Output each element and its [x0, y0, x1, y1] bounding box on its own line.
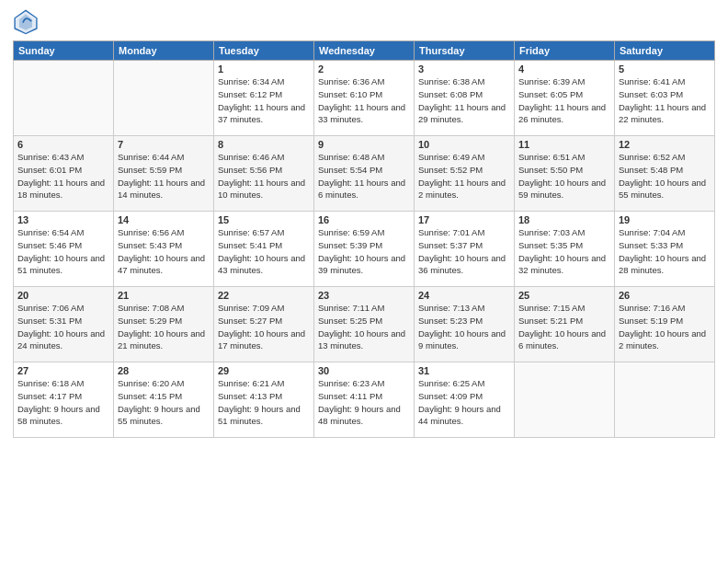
calendar-cell: 16Sunrise: 6:59 AMSunset: 5:39 PMDayligh…	[314, 212, 415, 287]
day-number: 4	[518, 63, 610, 75]
sunset-text: Sunset: 6:10 PM	[318, 89, 382, 99]
sunrise-text: Sunrise: 7:04 AM	[619, 227, 685, 237]
sunset-text: Sunset: 5:19 PM	[619, 316, 683, 326]
day-number: 16	[318, 214, 410, 225]
day-number: 10	[418, 139, 510, 150]
calendar-cell: 8Sunrise: 6:46 AMSunset: 5:56 PMDaylight…	[214, 136, 314, 212]
day-number: 20	[17, 290, 109, 301]
day-info: Sunrise: 7:15 AMSunset: 5:21 PMDaylight:…	[518, 302, 610, 352]
daylight-text: Daylight: 9 hours and 51 minutes.	[218, 404, 301, 427]
sunrise-text: Sunrise: 6:41 AM	[619, 76, 685, 86]
day-info: Sunrise: 6:54 AMSunset: 5:46 PMDaylight:…	[17, 226, 109, 277]
sunset-text: Sunset: 5:29 PM	[118, 316, 182, 326]
calendar-cell: 11Sunrise: 6:51 AMSunset: 5:50 PMDayligh…	[515, 136, 615, 212]
day-number: 1	[218, 63, 310, 75]
sunrise-text: Sunrise: 6:54 AM	[17, 227, 84, 237]
calendar-cell	[515, 362, 615, 438]
sunrise-text: Sunrise: 6:21 AM	[218, 378, 284, 388]
calendar-cell: 15Sunrise: 6:57 AMSunset: 5:41 PMDayligh…	[214, 212, 314, 287]
day-number: 29	[218, 365, 310, 376]
calendar-cell: 12Sunrise: 6:52 AMSunset: 5:48 PMDayligh…	[615, 136, 715, 212]
day-info: Sunrise: 7:04 AMSunset: 5:33 PMDaylight:…	[619, 226, 711, 277]
sunrise-text: Sunrise: 6:57 AM	[218, 227, 284, 237]
day-info: Sunrise: 6:43 AMSunset: 6:01 PMDaylight:…	[17, 151, 109, 201]
sunset-text: Sunset: 5:54 PM	[318, 165, 382, 175]
day-info: Sunrise: 6:23 AMSunset: 4:11 PMDaylight:…	[318, 377, 410, 428]
calendar-week-4: 20Sunrise: 7:06 AMSunset: 5:31 PMDayligh…	[14, 287, 715, 362]
daylight-text: Daylight: 10 hours and 43 minutes.	[218, 253, 305, 276]
day-info: Sunrise: 7:09 AMSunset: 5:27 PMDaylight:…	[218, 302, 310, 352]
day-info: Sunrise: 7:13 AMSunset: 5:23 PMDaylight:…	[418, 302, 510, 352]
daylight-text: Daylight: 10 hours and 59 minutes.	[518, 178, 606, 201]
day-number: 21	[118, 290, 210, 301]
calendar-cell: 28Sunrise: 6:20 AMSunset: 4:15 PMDayligh…	[114, 362, 214, 438]
day-info: Sunrise: 7:16 AMSunset: 5:19 PMDaylight:…	[619, 302, 711, 352]
sunset-text: Sunset: 4:13 PM	[218, 391, 282, 401]
sunset-text: Sunset: 6:12 PM	[218, 89, 282, 99]
sunrise-text: Sunrise: 6:49 AM	[418, 152, 484, 162]
day-number: 25	[518, 290, 610, 301]
day-info: Sunrise: 6:34 AMSunset: 6:12 PMDaylight:…	[218, 75, 310, 126]
day-number: 12	[619, 139, 711, 150]
day-number: 6	[17, 139, 109, 150]
col-header-saturday: Saturday	[615, 41, 715, 61]
day-number: 5	[619, 63, 711, 75]
sunset-text: Sunset: 4:15 PM	[118, 391, 182, 401]
day-number: 7	[118, 139, 210, 150]
sunset-text: Sunset: 5:23 PM	[418, 316, 483, 326]
day-number: 18	[518, 214, 610, 225]
daylight-text: Daylight: 10 hours and 6 minutes.	[518, 328, 606, 351]
daylight-text: Daylight: 9 hours and 48 minutes.	[318, 404, 401, 427]
sunset-text: Sunset: 5:33 PM	[619, 240, 683, 250]
calendar-cell: 17Sunrise: 7:01 AMSunset: 5:37 PMDayligh…	[415, 212, 515, 287]
day-info: Sunrise: 6:39 AMSunset: 6:05 PMDaylight:…	[518, 75, 610, 126]
sunset-text: Sunset: 5:56 PM	[218, 165, 282, 175]
daylight-text: Daylight: 10 hours and 39 minutes.	[318, 253, 405, 276]
sunset-text: Sunset: 5:52 PM	[418, 165, 483, 175]
day-info: Sunrise: 7:01 AMSunset: 5:37 PMDaylight:…	[418, 226, 510, 277]
col-header-sunday: Sunday	[14, 41, 114, 61]
calendar-cell: 9Sunrise: 6:48 AMSunset: 5:54 PMDaylight…	[314, 136, 415, 212]
sunset-text: Sunset: 5:50 PM	[518, 165, 583, 175]
calendar-cell: 21Sunrise: 7:08 AMSunset: 5:29 PMDayligh…	[114, 287, 214, 362]
sunset-text: Sunset: 4:11 PM	[318, 391, 382, 401]
daylight-text: Daylight: 10 hours and 21 minutes.	[118, 328, 205, 351]
day-number: 14	[118, 214, 210, 225]
sunrise-text: Sunrise: 7:15 AM	[518, 303, 585, 313]
day-info: Sunrise: 7:03 AMSunset: 5:35 PMDaylight:…	[518, 226, 610, 277]
sunset-text: Sunset: 5:59 PM	[118, 165, 182, 175]
daylight-text: Daylight: 10 hours and 2 minutes.	[619, 328, 706, 351]
calendar-week-2: 6Sunrise: 6:43 AMSunset: 6:01 PMDaylight…	[14, 136, 715, 212]
sunrise-text: Sunrise: 7:06 AM	[17, 303, 84, 313]
col-header-friday: Friday	[515, 41, 615, 61]
sunset-text: Sunset: 5:27 PM	[218, 316, 282, 326]
daylight-text: Daylight: 10 hours and 32 minutes.	[518, 253, 606, 276]
daylight-text: Daylight: 11 hours and 6 minutes.	[318, 178, 405, 201]
daylight-text: Daylight: 9 hours and 55 minutes.	[118, 404, 200, 427]
calendar-week-1: 1Sunrise: 6:34 AMSunset: 6:12 PMDaylight…	[14, 61, 715, 136]
sunset-text: Sunset: 5:35 PM	[518, 240, 583, 250]
calendar-cell: 23Sunrise: 7:11 AMSunset: 5:25 PMDayligh…	[314, 287, 415, 362]
sunrise-text: Sunrise: 6:38 AM	[418, 76, 484, 86]
calendar-cell: 5Sunrise: 6:41 AMSunset: 6:03 PMDaylight…	[615, 61, 715, 136]
sunset-text: Sunset: 5:43 PM	[118, 240, 182, 250]
day-number: 27	[17, 365, 109, 376]
day-info: Sunrise: 6:57 AMSunset: 5:41 PMDaylight:…	[218, 226, 310, 277]
day-number: 28	[118, 365, 210, 376]
calendar-cell	[14, 61, 114, 136]
calendar-cell: 4Sunrise: 6:39 AMSunset: 6:05 PMDaylight…	[515, 61, 615, 136]
calendar-cell: 26Sunrise: 7:16 AMSunset: 5:19 PMDayligh…	[615, 287, 715, 362]
day-number: 26	[619, 290, 711, 301]
day-number: 15	[218, 214, 310, 225]
sunset-text: Sunset: 6:08 PM	[418, 89, 483, 99]
calendar-cell: 27Sunrise: 6:18 AMSunset: 4:17 PMDayligh…	[14, 362, 114, 438]
daylight-text: Daylight: 9 hours and 58 minutes.	[17, 404, 100, 427]
day-number: 3	[418, 63, 510, 75]
day-info: Sunrise: 6:49 AMSunset: 5:52 PMDaylight:…	[418, 151, 510, 201]
col-header-wednesday: Wednesday	[314, 41, 415, 61]
daylight-text: Daylight: 11 hours and 33 minutes.	[318, 102, 405, 125]
header	[13, 9, 715, 35]
sunset-text: Sunset: 4:09 PM	[418, 391, 483, 401]
calendar-cell: 20Sunrise: 7:06 AMSunset: 5:31 PMDayligh…	[14, 287, 114, 362]
sunrise-text: Sunrise: 6:36 AM	[318, 76, 384, 86]
